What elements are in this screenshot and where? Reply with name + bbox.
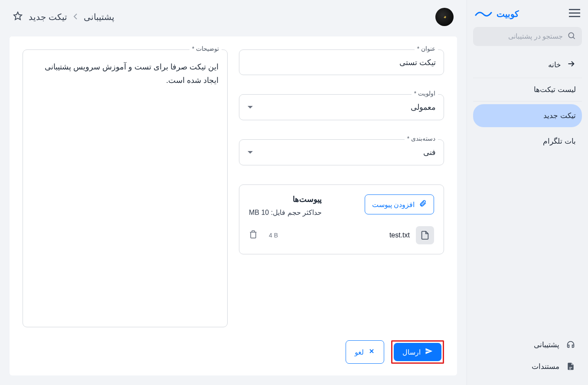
attachments-card: افزودن پیوست پیوست‌ها حداکثر حجم فایل: 1… xyxy=(239,184,444,254)
nav-home[interactable]: خانه xyxy=(473,52,582,78)
title-input[interactable] xyxy=(239,49,444,75)
attachment-icon xyxy=(419,199,427,210)
category-select[interactable]: فنی xyxy=(239,139,444,165)
attachment-row: test.txt 4 B xyxy=(249,226,434,244)
search-input[interactable] xyxy=(479,33,563,40)
footer-support[interactable]: پشتیبانی xyxy=(473,334,582,355)
priority-value: معمولی xyxy=(411,102,436,112)
description-label: توضیحات * xyxy=(189,45,222,52)
add-attachment-button[interactable]: افزودن پیوست xyxy=(365,194,434,214)
description-field-wrap: توضیحات * xyxy=(23,49,228,327)
avatar-image: ✦ xyxy=(442,14,447,20)
attachment-file-size: 4 B xyxy=(269,232,278,239)
file-icon xyxy=(416,226,434,244)
search-box[interactable] xyxy=(473,27,582,46)
nav-item-label: تیکت جدید xyxy=(543,111,576,120)
category-field-wrap: دسته‌بندی * فنی xyxy=(239,139,444,165)
search-icon xyxy=(567,31,576,42)
star-icon[interactable] xyxy=(13,11,23,23)
cancel-button[interactable]: لغو xyxy=(346,340,384,364)
cancel-label: لغو xyxy=(355,348,364,356)
priority-field-wrap: اولویت * معمولی xyxy=(239,94,444,120)
nav-bot[interactable]: بات تلگرام xyxy=(473,130,582,153)
form-fields-column: عنوان * اولویت * معمولی دسته‌ب xyxy=(239,49,444,327)
chevron-down-icon xyxy=(247,148,253,157)
menu-icon[interactable] xyxy=(569,9,580,19)
form-card: عنوان * اولویت * معمولی دسته‌ب xyxy=(10,36,457,375)
category-label: دسته‌بندی * xyxy=(405,135,438,142)
footer-item-label: پشتیبانی xyxy=(534,340,559,349)
title-label: عنوان * xyxy=(415,45,438,52)
arrow-right-icon xyxy=(566,59,576,71)
form-actions: ارسال لغو xyxy=(10,340,457,374)
svg-marker-1 xyxy=(14,12,22,19)
description-column: توضیحات * xyxy=(23,49,228,327)
brand-name: کوبیت xyxy=(497,9,519,19)
svg-point-0 xyxy=(568,33,574,38)
description-textarea[interactable] xyxy=(23,49,228,327)
wave-icon xyxy=(475,10,492,18)
breadcrumb: پشتیبانی تیکت جدید xyxy=(13,11,114,23)
avatar[interactable]: ✦ xyxy=(435,8,454,26)
topbar: ✦ پشتیبانی تیکت جدید xyxy=(0,0,467,29)
nav-new-ticket[interactable]: تیکت جدید xyxy=(473,104,582,127)
search-container xyxy=(467,27,588,50)
close-icon xyxy=(368,348,375,356)
attachments-max-size: حداکثر حجم فایل: 10 MB xyxy=(249,208,322,217)
attachments-header: افزودن پیوست پیوست‌ها حداکثر حجم فایل: 1… xyxy=(249,194,434,217)
sidebar: کوبیت خانه لیست تیکت‌ها xyxy=(467,0,588,385)
attachment-file-info: test.txt xyxy=(389,226,434,244)
breadcrumb-current: تیکت جدید xyxy=(29,12,67,22)
priority-label: اولویت * xyxy=(412,90,438,97)
nav-item-label: لیست تیکت‌ها xyxy=(534,85,576,94)
nav-list: خانه لیست تیکت‌ها تیکت جدید بات تلگرام xyxy=(467,50,588,155)
document-icon xyxy=(565,362,576,371)
attachments-info: پیوست‌ها حداکثر حجم فایل: 10 MB xyxy=(249,194,322,217)
form-columns: عنوان * اولویت * معمولی دسته‌ب xyxy=(10,36,457,340)
main: ✦ پشتیبانی تیکت جدید عنوان * xyxy=(0,0,467,385)
nav-tickets[interactable]: لیست تیکت‌ها xyxy=(473,78,582,102)
footer-item-label: مستندات xyxy=(532,362,559,371)
brand[interactable]: کوبیت xyxy=(475,9,519,19)
sidebar-footer: پشتیبانی مستندات xyxy=(467,334,588,385)
add-attachment-label: افزودن پیوست xyxy=(372,201,415,209)
category-value: فنی xyxy=(423,148,436,157)
sidebar-header: کوبیت xyxy=(467,0,588,27)
nav-item-label: خانه xyxy=(548,60,561,69)
headset-icon xyxy=(565,340,576,349)
send-icon xyxy=(425,347,433,357)
attachments-title: پیوست‌ها xyxy=(249,194,322,204)
priority-select[interactable]: معمولی xyxy=(239,94,444,120)
nav-item-label: بات تلگرام xyxy=(543,137,576,146)
chevron-down-icon xyxy=(247,103,253,112)
title-field-wrap: عنوان * xyxy=(239,49,444,75)
trash-icon[interactable] xyxy=(249,230,258,240)
submit-highlight: ارسال xyxy=(391,340,444,364)
footer-docs[interactable]: مستندات xyxy=(473,355,582,377)
breadcrumb-root[interactable]: پشتیبانی xyxy=(84,12,114,22)
chevron-left-icon xyxy=(73,12,78,22)
submit-button[interactable]: ارسال xyxy=(394,343,441,361)
attachment-file-actions: 4 B xyxy=(249,230,278,240)
attachment-file-name: test.txt xyxy=(389,231,410,239)
submit-label: ارسال xyxy=(402,348,421,356)
